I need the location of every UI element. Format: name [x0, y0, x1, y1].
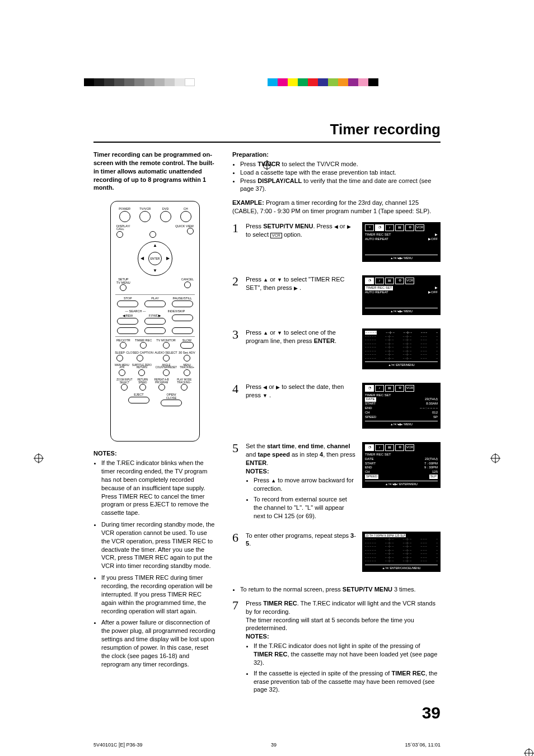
power-button-icon [119, 211, 130, 222]
skipfwd-icon3 [172, 327, 193, 334]
indexskip-label: INDEX/SKIP [168, 310, 185, 313]
angle-icon [163, 369, 170, 376]
print-colorbar [0, 78, 534, 86]
nav-right-icon: ▶ [166, 256, 170, 262]
menu-icon [184, 369, 190, 376]
stop-icon [117, 300, 138, 307]
repeat-icon [158, 384, 165, 391]
eject-icon [128, 397, 149, 403]
menu-label: MENU TRACKING+ [178, 364, 196, 369]
preparation-block: Preparation: Press TV/VCR to select the … [232, 151, 441, 193]
nav-ring-icon: ▲ ▼ ◀ ▶ ENTER [138, 241, 172, 276]
pause-icon [172, 300, 193, 307]
right-arrow-icon-4 [276, 383, 280, 390]
step5-notes-hd: NOTES: [246, 468, 269, 475]
scr2-icon-vcr: VCR [405, 278, 414, 284]
page-number: 39 [232, 702, 441, 725]
left-note-4: After a power failure or disconnection o… [101, 618, 217, 668]
return-icon [139, 384, 146, 391]
d1-icon-set: ⚙ [395, 385, 404, 392]
subtitle-label: SUBTITLE ZERO RETURN [130, 364, 154, 369]
ffwd-icon [144, 318, 166, 325]
cancel-icon [184, 281, 191, 288]
nav-up-icon: ▲ [153, 243, 157, 249]
step-2-num: 2 [232, 275, 241, 320]
right-arrow-icon [347, 223, 351, 229]
step-3-num: 3 [232, 328, 241, 374]
down-arrow-icon-3 [277, 329, 282, 336]
remote-illustration: POWER TV/VCR DVD CH DISPLAY/ CALL QUICK … [110, 201, 200, 442]
eject-label: EJECT [128, 393, 149, 397]
d2-icon-clock: ◔ [365, 444, 374, 451]
step-3-text: Press or to select one of the program li… [246, 328, 357, 345]
screen-table-empty: – – – – –– –|– –– –|– –– – –– – – – – ––… [362, 328, 441, 369]
registration-mark-left [34, 453, 44, 463]
page-title: Timer recording [93, 120, 441, 143]
cc-icon [137, 355, 143, 361]
example-block: EXAMPLE: Program a timer recording for t… [232, 199, 441, 215]
30sec-icon [184, 355, 190, 361]
ffwd-label: F.FWD▶ [144, 314, 166, 318]
skipback-icon [117, 327, 138, 334]
playmode-icon [181, 384, 188, 391]
notes-list-left: If the T.REC indicator blinks when the t… [93, 459, 217, 668]
menu-icon-sound: ♪ [385, 224, 394, 231]
step-7-num: 7 [232, 599, 241, 696]
prep-item-1: Press TV/VCR to select the TV/VCR mode. [240, 160, 441, 168]
screen-detail-2: ◔ ♪ ▤ ⚙ VCR TIMER REC SET DATE23(THU) ST… [362, 442, 441, 488]
skipfwd-icon2 [144, 327, 166, 334]
footer-mid: 39 [143, 741, 405, 748]
nav-left-icon: ◀ [140, 256, 144, 262]
openclose-label: OPEN/ CLOSE [161, 393, 182, 400]
footer-left: 5V40101C [E] P36-39 [93, 741, 143, 748]
play-label: PLAY [144, 297, 166, 300]
scr2-icon-set: ⚙ [395, 278, 404, 284]
subtitle-icon [138, 369, 145, 376]
step-2-text: Press or to select "TIMER REC SET", then… [246, 275, 357, 292]
quick-view-icon [187, 228, 194, 234]
step-6-text: To enter other programs, repeat steps 3-… [246, 532, 357, 548]
prep-heading: Preparation: [232, 151, 269, 158]
step7-note-2: If the cassette is ejected in spite of t… [254, 669, 441, 694]
cancel-label: CANCEL [181, 278, 194, 281]
step5-note-1: Press to move arrow backward for correct… [254, 476, 357, 493]
ch-button-icon [180, 211, 191, 222]
timerrec-icon [140, 342, 147, 349]
tvvcr-label: TV/VCR [139, 208, 151, 211]
rew-icon [117, 318, 138, 325]
left-note-3: If you press TIMER REC during timer reco… [101, 574, 217, 615]
down-arrow-icon-4 [263, 392, 268, 398]
step-1-text: Press SETUP/TV MENU. Press or to select … [246, 222, 357, 239]
repeat-label: REPEAT A-B PROGRAM [151, 379, 173, 384]
step7-notes-hd: NOTES: [246, 633, 269, 640]
left-note-1: If the T.REC indicator blinks when the t… [101, 459, 217, 517]
menu-icon-set: ⚙ [405, 224, 414, 231]
registration-mark-bottom [524, 748, 534, 756]
mute-icon [149, 231, 156, 238]
step6-return-note: To return to the normal screen, press SE… [240, 585, 441, 594]
step-4-num: 4 [232, 383, 241, 433]
play-icon [144, 300, 166, 307]
down-arrow-icon [277, 276, 282, 283]
enter-button-icon: ENTER [148, 252, 162, 265]
step-4-text: Press or to select the date, then press … [246, 383, 357, 400]
display-call-icon [116, 231, 123, 238]
tvvcr-button-icon [139, 211, 151, 222]
d2-icon-set: ⚙ [395, 444, 404, 451]
mainmenu-label: MAIN MENU ATR [114, 364, 130, 369]
notes-heading-left: NOTES: [93, 449, 217, 458]
dvd-label: DVD [160, 208, 171, 211]
footer-right: 15´03´06, 11:01 [405, 741, 441, 748]
setup-icon [120, 284, 127, 291]
ch-label: CH [180, 208, 191, 211]
mainmenu-icon [119, 369, 125, 376]
step-5-num: 5 [232, 442, 241, 523]
step5-note-2: To record from external source set the c… [254, 495, 357, 520]
up-arrow-icon-3 [263, 329, 268, 336]
pause-label: PAUSE/STILL [172, 297, 193, 300]
up-arrow-icon-5 [271, 477, 276, 483]
step7-note-1: If the T.REC indicator does not light in… [254, 642, 441, 667]
up-arrow-icon [263, 276, 268, 283]
scr2-icon-sound: ♪ [375, 278, 384, 284]
recotr-icon [120, 342, 127, 349]
